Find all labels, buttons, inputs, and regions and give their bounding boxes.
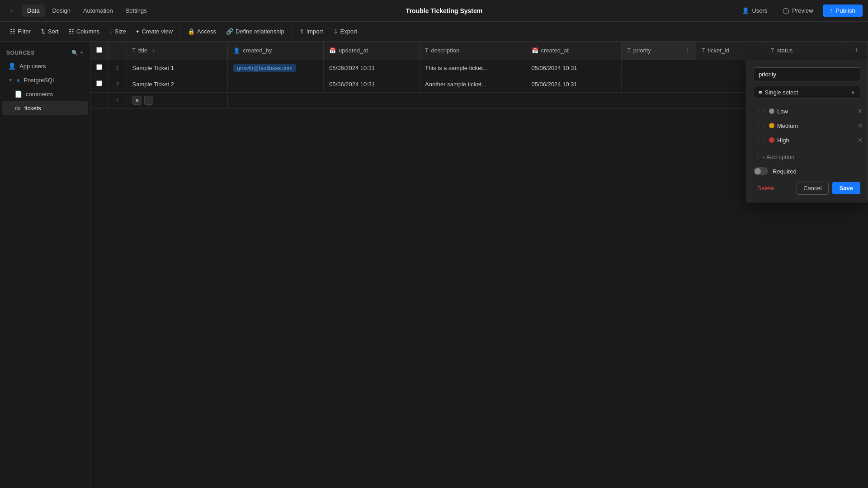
ticket-id-col-icon: T [702,47,705,54]
row1-created-by-tag: growth@budibase.com [233,64,296,72]
ticket-id-header[interactable]: T ticket_id [696,42,765,60]
row2-priority[interactable] [622,76,696,92]
select-all-checkbox[interactable] [96,47,102,53]
export-button[interactable]: ⇩ Export [329,26,362,37]
expand-icon: ▼ [8,78,13,83]
status-header[interactable]: T status [765,42,845,60]
sources-section: Sources 🔍 + [0,47,90,59]
priority-col-menu[interactable]: ⋮ [684,47,690,54]
back-button[interactable]: ← [5,5,20,17]
row1-title[interactable]: Sample Ticket 1 [127,60,228,76]
description-header[interactable]: T description [420,42,526,60]
row2-num: 2 [108,76,127,92]
description-col-label: description [431,47,459,54]
import-button[interactable]: ⇧ Import [295,26,328,37]
publish-button[interactable]: ↑ Publish [823,5,863,17]
rownum-header [108,42,127,60]
status-col-label: status [777,47,793,54]
nav-design[interactable]: Design [47,5,75,17]
size-icon: ↕ [109,28,113,35]
row1-priority[interactable] [622,60,696,76]
row2-updated-at[interactable]: 05/06/2024 10:31 [324,76,420,92]
row1-checkbox-cell [90,60,108,76]
row2-checkbox[interactable] [96,80,102,86]
main-layout: Sources 🔍 + 👤 App users ▼ ● PostgreSQL 📄… [0,42,868,488]
import-icon: ⇧ [299,28,304,35]
add-row-btn[interactable]: + [108,92,127,108]
publish-icon: ↑ [830,7,833,14]
access-button[interactable]: 🔒 Access [183,26,221,37]
row-action-2[interactable]: ― [144,96,153,105]
toolbar-divider-2 [292,27,292,36]
sort-button[interactable]: ⇅ Sort [36,26,63,37]
sidebar-item-app-users[interactable]: 👤 App users [2,59,88,73]
delete-button[interactable]: Delete [754,182,778,194]
nav-data[interactable]: Data [22,5,45,17]
add-source-icon[interactable]: + [80,50,84,56]
row1-checkbox[interactable] [96,64,102,70]
cancel-button[interactable]: Cancel [797,182,828,195]
created-at-header[interactable]: 📅 created_at [526,42,622,60]
row-action-1[interactable]: ✖ [132,96,142,105]
option-remove-high[interactable]: ✕ [856,136,865,145]
define-relationship-button[interactable]: 🔗 Define relationship [222,26,289,37]
sidebar-item-label: tickets [24,105,41,112]
add-row-actions: ✖ ― [127,92,228,108]
created-by-header[interactable]: 👤 created_by [228,42,324,60]
row1-created-by[interactable]: growth@budibase.com [228,60,324,76]
nav-automation[interactable]: Automation [78,5,118,17]
columns-button[interactable]: ☷ Columns [64,26,104,37]
size-button[interactable]: ↕ Size [105,26,131,37]
drag-handle-low[interactable]: ⋮⋮ [755,108,766,114]
option-row-low: ⋮⋮ ✕ [754,104,860,118]
option-row-medium: ⋮⋮ ✕ [754,119,860,132]
search-icon[interactable]: 🔍 [71,50,79,56]
option-input-low[interactable] [777,108,853,115]
required-toggle[interactable] [754,167,768,175]
columns-icon: ☷ [69,28,74,35]
updated-at-header[interactable]: 📅 updated_at [324,42,420,60]
sidebar-item-comments[interactable]: 📄 comments [2,87,88,101]
row1-created-at[interactable]: 05/06/2024 10:31 [526,60,622,76]
add-option-button[interactable]: + + Add option [754,151,860,163]
row2-description[interactable]: Another sample ticket... [420,76,526,92]
app-users-icon: 👤 [8,62,16,70]
users-nav-item[interactable]: 👤 Users [736,5,773,17]
option-remove-medium[interactable]: ✕ [856,121,865,130]
add-row-icon[interactable]: + [152,47,156,54]
status-col-icon: T [771,47,774,54]
row2-created-by[interactable] [228,76,324,92]
nav-settings[interactable]: Settings [120,5,152,17]
row1-num: 1 [108,60,127,76]
row1-updated-at[interactable]: 05/06/2024 10:31 [324,60,420,76]
filter-button[interactable]: ☷ Filter [5,26,35,37]
sidebar-item-tickets[interactable]: 🎟 tickets [2,101,88,115]
title-header[interactable]: T title + [127,42,228,60]
data-area: T title + 👤 created_by [90,42,868,488]
priority-header[interactable]: T priority ⋮ [622,42,696,60]
save-button[interactable]: Save [832,182,860,194]
options-list: ⋮⋮ ✕ ⋮⋮ ✕ ⋮⋮ [754,104,860,147]
sort-icon: ⇅ [41,28,46,35]
chevron-down-icon: ▼ [850,90,855,95]
field-name-input[interactable] [754,67,860,81]
option-remove-low[interactable]: ✕ [856,107,865,116]
add-column-header[interactable]: + [845,42,868,60]
option-input-high[interactable] [777,137,853,144]
row2-title[interactable]: Sample Ticket 2 [127,76,228,92]
option-dot-low [769,108,774,114]
option-input-medium[interactable] [777,122,853,129]
filter-icon: ☷ [10,28,15,35]
drag-handle-medium[interactable]: ⋮⋮ [755,122,766,129]
preview-nav-item[interactable]: ◯ Preview [777,5,819,17]
row2-checkbox-cell [90,76,108,92]
row2-created-at[interactable]: 05/06/2024 10:31 [526,76,622,92]
row1-description[interactable]: This is a sample ticket... [420,60,526,76]
preview-icon: ◯ [783,7,789,14]
add-column-icon[interactable]: + [854,46,859,55]
sidebar-item-postgresql[interactable]: ▼ ● PostgreSQL [2,73,88,87]
sort-label: Sort [48,28,59,35]
create-view-button[interactable]: + Create view [132,26,177,37]
type-selector[interactable]: ≡ Single select ▼ [754,86,860,99]
drag-handle-high[interactable]: ⋮⋮ [755,137,766,143]
